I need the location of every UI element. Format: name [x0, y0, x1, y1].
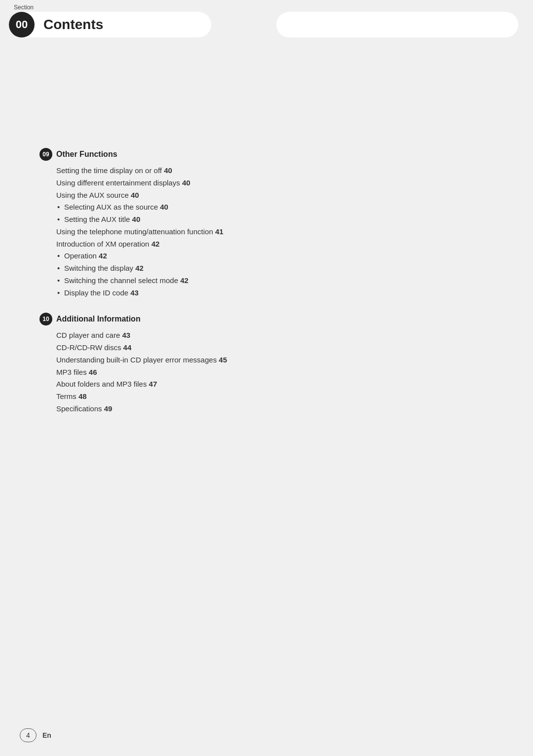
toc-item: Using the AUX source 40 [39, 189, 385, 202]
page-title: Contents [43, 17, 103, 33]
title-pill: 00 Contents [9, 12, 211, 37]
section-09-title: Other Functions [56, 150, 117, 159]
section-10-circle: 10 [39, 313, 52, 325]
toc-bullet-item: Switching the channel select mode 42 [39, 275, 385, 287]
section-10-heading: 10 Additional Information [39, 313, 385, 325]
section-09-circle: 09 [39, 148, 52, 161]
section-label: Section [14, 4, 34, 11]
content-area: 09 Other Functions Setting the time disp… [39, 148, 385, 429]
toc-bullet-display-id-code: Display the ID code 43 [39, 287, 385, 299]
toc-item: About folders and MP3 files 47 [39, 378, 385, 391]
footer: 4 En [20, 728, 51, 742]
toc-bullet-item: Setting the AUX title 40 [39, 214, 385, 226]
page-number: 4 [26, 731, 30, 739]
toc-bullet-item: Operation 42 [39, 250, 385, 262]
section-number-badge: 00 [9, 12, 35, 37]
toc-item: Specifications 49 [39, 403, 385, 415]
toc-item: Terms 48 [39, 391, 385, 403]
page-number-badge: 4 [20, 728, 37, 742]
section-10-block: 10 Additional Information CD player and … [39, 313, 385, 415]
section-10-title: Additional Information [56, 315, 141, 324]
toc-item: Using the telephone muting/attenuation f… [39, 226, 385, 238]
section-number: 00 [16, 18, 28, 31]
toc-item: Using different entertainment displays 4… [39, 177, 385, 189]
toc-item: CD-R/CD-RW discs 44 [39, 342, 385, 354]
toc-item: CD player and care 43 [39, 329, 385, 342]
toc-bullet-item: Switching the display 42 [39, 262, 385, 275]
section-09-block: 09 Other Functions Setting the time disp… [39, 148, 385, 299]
section-09-heading: 09 Other Functions [39, 148, 385, 161]
footer-language: En [42, 731, 51, 739]
toc-bullet-item: Selecting AUX as the source 40 [39, 201, 385, 214]
toc-item: Understanding built-in CD player error m… [39, 354, 385, 366]
toc-item: Setting the time display on or off 40 [39, 165, 385, 177]
toc-item: Introduction of XM operation 42 [39, 238, 385, 251]
page: Section 00 Contents 09 Other Functions S… [0, 0, 533, 756]
toc-item: MP3 files 46 [39, 366, 385, 379]
right-pill [276, 12, 518, 37]
